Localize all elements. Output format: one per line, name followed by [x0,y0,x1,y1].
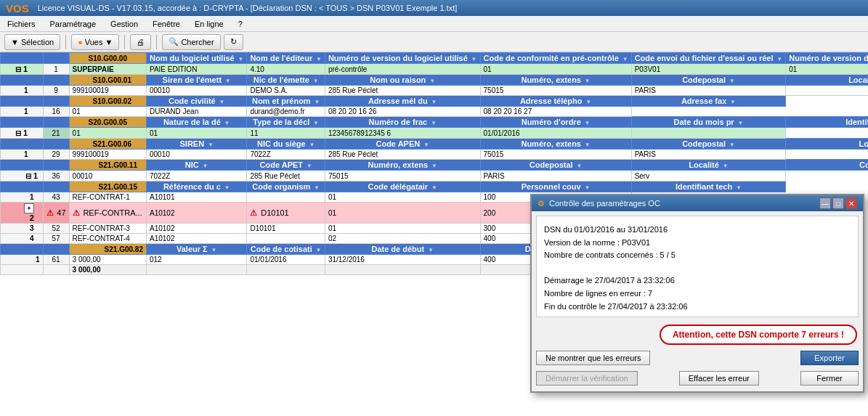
main-area: S10.G00.00 Nom du logiciel utilisé ▼ Nom… [0,52,868,416]
separator2 [124,35,125,49]
search-icon: 🔍 [169,37,179,46]
menu-help[interactable]: ? [234,19,247,29]
menu-enligne[interactable]: En ligne [190,19,228,29]
chercher-button[interactable]: 🔍 Chercher [162,34,220,50]
refresh-icon: ↻ [230,37,237,46]
dialog-line-3: Nombre de contrats concernés : 5 / 5 [544,249,851,262]
table-row: 1 16 01 DURAND Jean durand@demo.fr 08 20… [1,107,869,117]
dialog-buttons-row-2: Démarrer la vérification Effacer les err… [532,368,863,391]
section-s10g01-header: S10.G00.01 Siren de l'émett ▼ Nic de l'é… [1,75,869,86]
dialog-maximize-btn[interactable]: □ [832,197,844,209]
dialog-buttons-row-1: Ne montrer que les erreurs Exporter [532,348,863,368]
fermer-button[interactable]: Fermer [800,371,859,386]
dialog-close-btn[interactable]: ✕ [845,197,857,209]
dialog-line-7: Fin du contrôle le 27/04/2017 à 23:32:06 [544,301,851,314]
table-row: 1 29 999100019 00010 7022Z 285 Rue Pécle… [1,150,869,160]
dialog-controls: — □ ✕ [819,197,857,209]
section-s20g05-header: S20.G00.05 Nature de la dé ▼ Type de la … [1,117,869,128]
dialog-line-5: Démarrage le 27/04/2017 à 23:32:06 [544,274,851,287]
clear-errors-button[interactable]: Effacer les erreur [679,371,759,386]
dialog-line-4 [544,262,851,275]
error-icon: ⚠ [46,208,54,217]
show-errors-only-button[interactable]: Ne montrer que les erreurs [536,351,650,365]
dialog-title-left: ⚙ Contrôle des paramétrages OC [538,199,660,208]
menu-fichiers[interactable]: Fichiers [3,19,40,29]
table-row: 1 9 999100019 00010 DEMO S.A. 285 Rue Pé… [1,86,869,96]
dialog-line-1: DSN du 01/01/2016 au 31/01/2016 [544,224,851,237]
error-icon: ⚠ [250,208,257,217]
menu-gestion[interactable]: Gestion [106,19,142,29]
error-message-row: Attention, cette DSN comporte 7 erreurs … [532,322,863,348]
error-icon: ⚠ [73,208,80,217]
section-s21g06-header: S21.G00.06 SIREN ▼ NIC du siège ▼ Code A… [1,139,869,150]
dialog-content: DSN du 01/01/2016 au 31/01/2016 Version … [536,216,859,317]
title-bar: VOS Licence VISUAL-DS - V17.03.15, accor… [0,0,868,16]
print-button[interactable]: 🖨 [130,34,151,50]
table-row: ⊟ 1 1 SUPERPAIE PAIE EDITION 4.10 pré-co… [1,64,869,75]
row-expand-btn[interactable]: + [24,203,34,213]
separator1 [65,35,66,49]
vues-button[interactable]: ● Vues ▼ [71,34,119,50]
dialog-line-6: Nombre de lignes en erreur : 7 [544,287,851,301]
vues-dropdown-icon: ▼ [105,38,113,46]
refresh-button[interactable]: ↻ [224,34,243,50]
menu-bar: Fichiers Paramétrage Gestion Fenêtre En … [0,16,868,32]
dialog-icon: ⚙ [538,199,545,208]
start-verification-button[interactable]: Démarrer la vérification [536,371,638,386]
dialog-title: Contrôle des paramétrages OC [549,199,660,208]
dialog-minimize-btn[interactable]: — [819,197,831,209]
selection-icon: ▼ [11,38,19,46]
separator3 [156,35,157,49]
app-logo: VOS [6,2,32,15]
vues-icon: ● [78,38,83,46]
print-icon: 🖨 [137,38,145,46]
dialog-controle[interactable]: ⚙ Contrôle des paramétrages OC — □ ✕ DSN… [530,194,864,393]
menu-fenetre[interactable]: Fenêtre [148,19,184,29]
section-s10g00-header: S10.G00.00 Nom du logiciel utilisé ▼ Nom… [1,53,869,64]
section-s10g02-header: S10.G00.02 Code civilité ▼ Nom et prénom… [1,96,869,107]
section-s21g15-header: S21.G00.15 Référence du c ▼ Code organis… [1,182,869,192]
dialog-title-bar: ⚙ Contrôle des paramétrages OC — □ ✕ [532,195,863,211]
error-message: Attention, cette DSN comporte 7 erreurs … [660,325,857,345]
menu-parametrage[interactable]: Paramétrage [46,19,101,29]
table-row: ⊟ 1 36 00010 7022Z 285 Rue Péclet 75015 … [1,171,869,182]
title-text: Licence VISUAL-DS - V17.03.15, accordée … [38,4,458,12]
export-button[interactable]: Exporter [800,351,859,365]
section-s21g00-11-header: S21.G00.11 NIC ▼ Code APET ▼ Numéro, ext… [1,160,869,171]
table-row: ⊟ 1 21 01 01 11 12345678912345 6 01/01/2… [1,128,869,139]
toolbar: ▼ Sélection ● Vues ▼ 🖨 🔍 Chercher ↻ [0,32,868,52]
dialog-line-2: Version de la norme : P03V01 [544,237,851,250]
selection-button[interactable]: ▼ Sélection [4,34,60,50]
